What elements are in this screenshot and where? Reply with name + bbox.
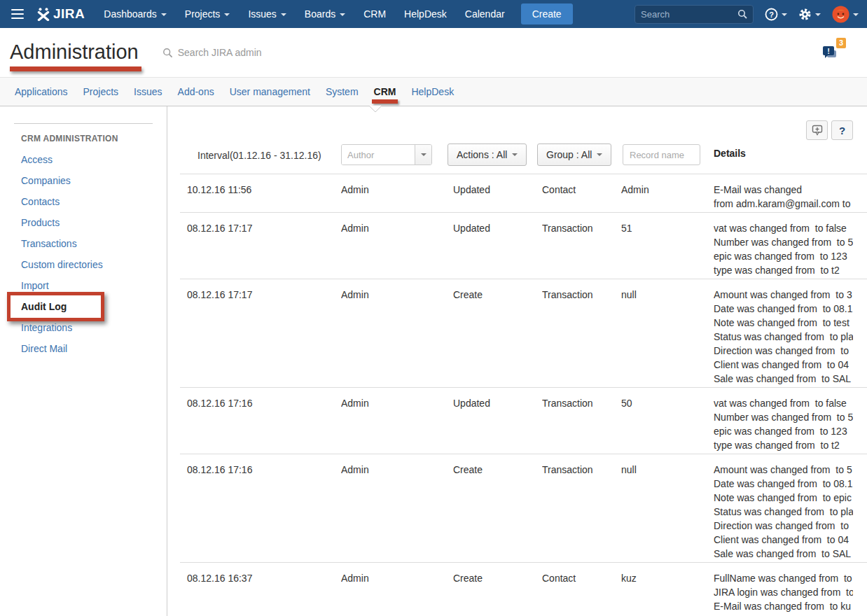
- notification-badge: 3: [836, 38, 846, 48]
- sidebar-item-audit-log[interactable]: Audit Log: [0, 296, 167, 317]
- admin-search[interactable]: [162, 47, 318, 58]
- jira-logo-icon: [36, 7, 50, 21]
- cell-record: null: [621, 288, 714, 386]
- caret-down-icon: [853, 13, 859, 16]
- tab-issues[interactable]: Issues: [126, 86, 169, 97]
- cell-action: Create: [453, 288, 542, 386]
- cell-record: null: [621, 463, 714, 561]
- help-menu[interactable]: ?: [765, 8, 787, 21]
- nav-projects[interactable]: Projects: [176, 0, 240, 28]
- sidebar-item-companies[interactable]: Companies: [0, 170, 167, 191]
- actions-filter-dropdown[interactable]: Actions : All: [448, 144, 527, 166]
- admin-settings-menu[interactable]: [798, 8, 821, 21]
- global-search-input[interactable]: [641, 9, 737, 20]
- cell-details: Amount was changed from to 3 Date was ch…: [714, 288, 853, 386]
- create-button[interactable]: Create: [521, 4, 573, 24]
- cell-date: 10.12.16 11:56: [187, 183, 341, 211]
- tab-add-ons[interactable]: Add-ons: [170, 86, 222, 97]
- caret-down-icon: [161, 13, 167, 16]
- sidebar-item-products[interactable]: Products: [0, 212, 167, 233]
- cell-record: kuz: [621, 571, 714, 616]
- jira-logo[interactable]: JIRA: [36, 6, 85, 22]
- sidebar-item-direct-mail[interactable]: Direct Mail: [0, 338, 167, 359]
- table-row: 08.12.16 17:16 Admin Updated Transaction…: [180, 387, 867, 454]
- sidebar-divider: [14, 123, 153, 124]
- cell-date: 08.12.16 17:16: [187, 396, 341, 452]
- author-filter-input[interactable]: [342, 145, 415, 164]
- author-filter[interactable]: [341, 144, 432, 165]
- jira-logo-text: JIRA: [53, 6, 85, 22]
- cell-record: 51: [621, 221, 714, 277]
- cell-action: Create: [453, 463, 542, 561]
- caret-down-icon: [512, 153, 518, 156]
- table-row: 08.12.16 17:17 Admin Create Transaction …: [180, 279, 867, 387]
- cell-action: Updated: [453, 396, 542, 452]
- top-navigation-bar: JIRA Dashboards Projects Issues Boards C…: [0, 0, 867, 28]
- notifications-button[interactable]: ! 3: [821, 43, 840, 62]
- cell-record: 50: [621, 396, 714, 452]
- cell-author: Admin: [341, 183, 453, 211]
- cell-author: Admin: [341, 221, 453, 277]
- nav-calendar[interactable]: Calendar: [456, 0, 514, 28]
- table-row: 08.12.16 17:16 Admin Create Transaction …: [180, 454, 867, 562]
- cell-date: 08.12.16 17:17: [187, 221, 341, 277]
- nav-issues[interactable]: Issues: [239, 0, 295, 28]
- audit-log-table: 10.12.16 11:56 Admin Updated Contact Adm…: [180, 174, 867, 616]
- sidebar-item-access[interactable]: Access: [0, 149, 167, 170]
- cell-record: Admin: [621, 183, 714, 211]
- svg-text:?: ?: [769, 10, 774, 18]
- cell-date: 08.12.16 17:17: [187, 288, 341, 386]
- admin-search-input[interactable]: [178, 47, 318, 58]
- user-avatar: [832, 6, 849, 23]
- crm-admin-sidebar: CRM ADMINISTRATION Access Companies Cont…: [0, 106, 167, 616]
- annotation-underline-administration: [10, 66, 141, 71]
- help-button[interactable]: ?: [831, 120, 853, 140]
- svg-text:!: !: [827, 47, 830, 55]
- hamburger-menu-icon[interactable]: [11, 9, 24, 19]
- tab-helpdesk[interactable]: HelpDesk: [403, 86, 462, 97]
- nav-boards[interactable]: Boards: [296, 0, 354, 28]
- tab-applications[interactable]: Applications: [7, 86, 76, 97]
- cell-group: Contact: [542, 183, 621, 211]
- cell-author: Admin: [341, 463, 453, 561]
- cell-details: Amount was changed from to 5 Date was ch…: [714, 463, 853, 561]
- cell-date: 08.12.16 16:37: [187, 571, 341, 616]
- caret-down-icon: [782, 13, 787, 16]
- help-icon: ?: [765, 8, 778, 21]
- group-filter-dropdown[interactable]: Group : All: [537, 144, 611, 166]
- cell-action: Create: [453, 571, 542, 616]
- caret-down-icon: [224, 13, 230, 16]
- cell-details: E-Mail was changed from adm.karam@gmail.…: [714, 183, 853, 211]
- nav-helpdesk[interactable]: HelpDesk: [395, 0, 456, 28]
- sidebar-item-transactions[interactable]: Transactions: [0, 233, 167, 254]
- cell-author: Admin: [341, 571, 453, 616]
- search-icon: [162, 48, 173, 58]
- sidebar-heading: CRM ADMINISTRATION: [21, 134, 167, 144]
- global-search[interactable]: [634, 5, 754, 24]
- tab-crm[interactable]: CRM: [366, 86, 404, 97]
- sidebar-item-integrations[interactable]: Integrations: [0, 317, 167, 338]
- nav-dashboards[interactable]: Dashboards: [95, 0, 176, 28]
- tab-system[interactable]: System: [318, 86, 366, 97]
- sidebar-item-import[interactable]: Import: [0, 275, 167, 296]
- feedback-button[interactable]: [806, 120, 828, 140]
- caret-down-icon: [815, 13, 821, 16]
- feedback-bubble-icon: [812, 125, 823, 136]
- tab-user-management[interactable]: User management: [222, 86, 318, 97]
- gear-icon: [798, 8, 812, 21]
- cell-group: Transaction: [542, 463, 621, 561]
- cell-group: Contact: [542, 571, 621, 616]
- table-row: 08.12.16 17:17 Admin Updated Transaction…: [180, 212, 867, 279]
- record-name-filter-input[interactable]: [623, 144, 700, 165]
- annotation-underline-crm: [372, 99, 398, 104]
- user-profile-menu[interactable]: [832, 6, 859, 23]
- tab-projects[interactable]: Projects: [76, 86, 127, 97]
- sidebar-item-contacts[interactable]: Contacts: [0, 191, 167, 212]
- page-title: Administration: [10, 41, 139, 65]
- author-filter-dropdown-button[interactable]: [415, 145, 431, 164]
- cell-details: vat was changed from to false Number was…: [714, 396, 853, 452]
- caret-down-icon: [421, 153, 426, 156]
- sidebar-item-custom-directories[interactable]: Custom directories: [0, 254, 167, 275]
- cell-details: vat was changed from to false Number was…: [714, 221, 853, 277]
- nav-crm[interactable]: CRM: [354, 0, 395, 28]
